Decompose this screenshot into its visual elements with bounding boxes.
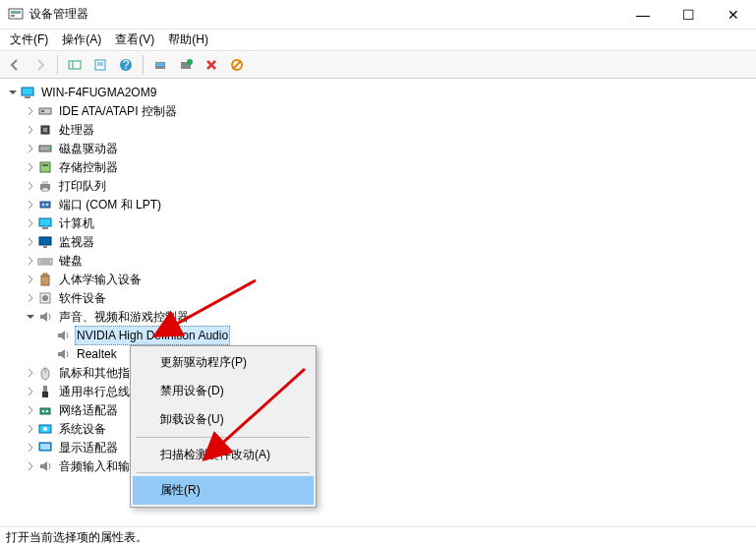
expand-arrow[interactable] <box>24 181 37 191</box>
tree-root[interactable]: WIN-F4FUGMA2OM9 <box>6 84 750 101</box>
display-icon <box>37 440 53 455</box>
svg-rect-40 <box>43 273 47 276</box>
svg-rect-45 <box>43 386 47 392</box>
back-button[interactable] <box>4 54 26 76</box>
tree-category-10[interactable]: 软件设备 <box>6 289 750 307</box>
expand-arrow[interactable] <box>24 405 37 415</box>
tree-label: 软件设备 <box>57 289 108 307</box>
svg-point-13 <box>187 59 193 65</box>
ctx-uninstall-device[interactable]: 卸载设备(U) <box>133 405 314 434</box>
menubar: 文件(F) 操作(A) 查看(V) 帮助(H) <box>0 30 756 51</box>
tree-device-11-0[interactable]: NVIDIA High Definition Audio <box>6 327 750 344</box>
speaker-icon <box>37 458 53 474</box>
tree-category-9[interactable]: 人体学输入设备 <box>6 271 750 288</box>
tree-category-16[interactable]: 显示适配器 <box>6 439 750 456</box>
menu-file[interactable]: 文件(F) <box>4 30 54 50</box>
tree-category-4[interactable]: 打印队列 <box>6 177 750 195</box>
tree-label: NVIDIA High Definition Audio <box>75 326 230 345</box>
svg-rect-53 <box>40 444 50 450</box>
help-toolbar-button[interactable]: ? <box>115 54 137 76</box>
uninstall-button[interactable] <box>201 54 222 76</box>
tree-device-11-1[interactable]: Realtek <box>6 345 750 363</box>
expand-arrow[interactable] <box>24 106 37 116</box>
maximize-button[interactable]: ☐ <box>666 0 711 29</box>
svg-rect-25 <box>42 164 48 166</box>
update-driver-button[interactable] <box>175 54 197 76</box>
svg-rect-21 <box>43 128 47 132</box>
menu-action[interactable]: 操作(A) <box>56 30 107 50</box>
app-icon <box>8 7 24 23</box>
svg-rect-47 <box>40 408 50 414</box>
monitor-icon <box>37 234 53 250</box>
context-menu: 更新驱动程序(P) 禁用设备(D) 卸载设备(U) 扫描检测硬件改动(A) 属性… <box>130 345 317 508</box>
toolbar: ? <box>0 51 756 79</box>
svg-rect-19 <box>41 110 44 112</box>
tree-category-11[interactable]: 声音、视频和游戏控制器 <box>6 308 750 326</box>
svg-rect-36 <box>38 259 52 265</box>
expand-arrow[interactable] <box>24 293 37 303</box>
tree-category-2[interactable]: 磁盘驱动器 <box>6 140 750 157</box>
expand-arrow[interactable] <box>24 162 37 172</box>
hid-icon <box>37 272 53 287</box>
speaker-icon <box>55 346 71 362</box>
ctx-disable-device[interactable]: 禁用设备(D) <box>133 377 314 405</box>
tree-label: 声音、视频和游戏控制器 <box>57 308 191 326</box>
scan-button[interactable] <box>149 54 171 76</box>
expand-arrow[interactable] <box>24 461 37 471</box>
printer-icon <box>37 178 53 194</box>
expand-arrow[interactable] <box>24 125 37 135</box>
expand-arrow[interactable] <box>24 368 37 378</box>
tree-category-12[interactable]: 鼠标和其他指 <box>6 364 750 382</box>
system-icon <box>37 421 53 437</box>
close-button[interactable]: ✕ <box>711 0 756 29</box>
expand-arrow[interactable] <box>24 387 37 396</box>
tree-category-14[interactable]: 网络适配器 <box>6 401 750 419</box>
tree-category-3[interactable]: 存储控制器 <box>6 158 750 176</box>
tree-label: 显示适配器 <box>57 439 120 456</box>
ctx-scan-hardware[interactable]: 扫描检测硬件改动(A) <box>133 441 314 469</box>
expand-arrow[interactable] <box>24 237 37 247</box>
ctx-separator <box>137 437 310 438</box>
storage-icon <box>37 159 53 175</box>
expand-arrow[interactable] <box>24 200 37 210</box>
tree-label: 端口 (COM 和 LPT) <box>57 196 163 213</box>
ctx-properties[interactable]: 属性(R) <box>133 476 314 505</box>
tree-category-7[interactable]: 监视器 <box>6 233 750 251</box>
properties-button[interactable] <box>89 54 111 76</box>
tree-label: WIN-F4FUGMA2OM9 <box>39 84 158 101</box>
minimize-button[interactable]: — <box>620 0 666 29</box>
tree-category-13[interactable]: 通用串行总线 <box>6 383 750 400</box>
show-hide-button[interactable] <box>64 54 86 76</box>
expand-arrow[interactable] <box>24 443 37 453</box>
svg-rect-34 <box>39 237 51 245</box>
tree-category-17[interactable]: 音频输入和输出 <box>6 457 750 475</box>
disable-button[interactable] <box>226 54 248 76</box>
tree-category-6[interactable]: 计算机 <box>6 214 750 232</box>
expand-arrow[interactable] <box>24 218 37 228</box>
svg-rect-49 <box>46 410 48 412</box>
svg-point-30 <box>42 204 44 206</box>
menu-view[interactable]: 查看(V) <box>109 30 160 50</box>
expand-arrow[interactable] <box>24 144 37 153</box>
svg-rect-24 <box>40 162 50 172</box>
tree-label: 打印队列 <box>57 177 108 195</box>
tree-category-5[interactable]: 端口 (COM 和 LPT) <box>6 196 750 213</box>
collapse-arrow[interactable] <box>6 88 20 97</box>
tree-category-1[interactable]: 处理器 <box>6 121 750 139</box>
tree-category-0[interactable]: IDE ATA/ATAPI 控制器 <box>6 102 750 120</box>
forward-button[interactable] <box>29 54 51 76</box>
expand-arrow[interactable] <box>24 274 37 284</box>
tree-category-8[interactable]: 键盘 <box>6 252 750 270</box>
collapse-arrow[interactable] <box>24 312 37 322</box>
expand-arrow[interactable] <box>24 424 37 434</box>
expand-arrow[interactable] <box>24 256 37 266</box>
ctx-update-driver[interactable]: 更新驱动程序(P) <box>133 348 314 377</box>
tree-category-15[interactable]: 系统设备 <box>6 420 750 438</box>
svg-rect-1 <box>11 11 21 14</box>
svg-rect-35 <box>43 246 47 248</box>
device-tree[interactable]: WIN-F4FUGMA2OM9IDE ATA/ATAPI 控制器处理器磁盘驱动器… <box>0 79 756 526</box>
tree-label: 人体学输入设备 <box>57 271 144 288</box>
menu-help[interactable]: 帮助(H) <box>162 30 214 50</box>
svg-rect-27 <box>42 181 48 184</box>
svg-rect-48 <box>42 410 44 412</box>
